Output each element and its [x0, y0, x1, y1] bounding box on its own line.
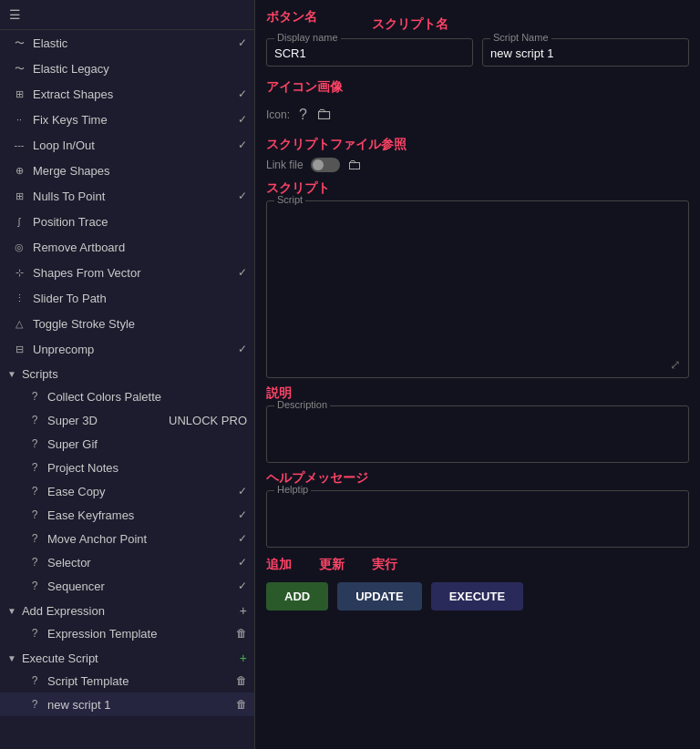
sub-item-label: new script 1 [47, 698, 231, 712]
sidebar-item-elastic-legacy[interactable]: 〜 Elastic Legacy [0, 56, 254, 81]
display-name-label: Display name [274, 32, 341, 43]
sidebar-item-remove-artboard[interactable]: ◎ Remove Artboard [0, 234, 254, 260]
hamburger-icon[interactable]: ☰ [9, 7, 21, 22]
sub-item-label: Collect Colors Palette [47, 390, 247, 404]
expand-icon[interactable]: ⤢ [670, 357, 681, 372]
description-wrapper: Description [266, 405, 689, 463]
merge-icon: ⊕ [11, 162, 27, 179]
sidebar-item-slider-to-path[interactable]: ⋮ Slider To Path [0, 285, 254, 311]
sub-item-selector[interactable]: ? Selector ✓ [0, 550, 254, 574]
sub-item-script-template[interactable]: ? Script Template 🗑 [0, 669, 254, 693]
grid4-icon: ⊞ [11, 188, 27, 204]
description-textarea[interactable] [267, 406, 688, 459]
add-expression-plus-icon[interactable]: + [240, 603, 247, 618]
sub-item-label: Move Anchor Point [47, 532, 232, 546]
sub-item-ease-copy[interactable]: ? Ease Copy ✓ [0, 479, 254, 503]
script-textarea[interactable] [267, 201, 688, 374]
main-content: ボタン名 スクリプト名 Display name Script Name アイコ… [255, 0, 700, 749]
scripts-section-header[interactable]: ▼ Scripts [0, 362, 254, 385]
sub-item-expression-template[interactable]: ? Expression Template 🗑 [0, 621, 254, 645]
question-icon: ? [27, 484, 42, 498]
checkmark-icon: ✓ [238, 508, 247, 521]
triangle-icon: △ [11, 315, 27, 332]
wave-icon: 〜 [11, 35, 27, 51]
checkmark-icon: ✓ [238, 580, 247, 592]
add-expression-label: Add Expression [22, 604, 234, 618]
sidebar-item-unprecomp[interactable]: ⊟ Unprecomp ✓ [0, 336, 254, 362]
dots-icon: ·· [11, 111, 27, 128]
icon-question-mark[interactable]: ? [299, 107, 307, 123]
sub-item-label: Script Template [47, 674, 231, 688]
grid-lines-icon: ⊟ [11, 341, 27, 357]
curve-icon: ∫ [11, 213, 27, 230]
target-icon: ◎ [11, 239, 27, 255]
folder-icon[interactable]: 🗀 [316, 105, 333, 124]
add-expression-section-header[interactable]: ▼ Add Expression + [0, 598, 254, 621]
sub-item-super-3d[interactable]: ? Super 3D UNLOCK PRO [0, 408, 254, 432]
grid-icon: ⊞ [11, 86, 27, 102]
question-icon: ? [27, 436, 42, 451]
question-icon: ? [27, 555, 42, 569]
execute-script-label: Execute Script [22, 652, 234, 665]
question-icon: ? [27, 460, 42, 475]
sidebar-item-merge-shapes[interactable]: ⊕ Merge Shapes [0, 158, 254, 183]
question-icon: ? [27, 673, 42, 688]
link-file-label: Link file [266, 159, 304, 171]
sidebar-item-label: Merge Shapes [33, 164, 247, 178]
sidebar-item-fix-keys-time[interactable]: ·· Fix Keys Time ✓ [0, 107, 254, 132]
sidebar-item-label: Fix Keys Time [33, 113, 232, 127]
sub-item-label: Ease Keyframes [47, 508, 232, 522]
display-script-name-row: Display name Script Name [266, 38, 689, 72]
add-execute-script-plus-icon[interactable]: + [240, 651, 247, 665]
script-name-wrapper: Script Name [482, 38, 689, 67]
sub-item-collect-colors[interactable]: ? Collect Colors Palette [0, 385, 254, 408]
execute-jp-label: 実行 [372, 557, 397, 573]
update-button[interactable]: UPDATE [337, 582, 421, 610]
sidebar-list: 〜 Elastic ✓ 〜 Elastic Legacy ⊞ Extract S… [0, 30, 254, 716]
trash-icon[interactable]: 🗑 [236, 698, 247, 711]
button-name-jp-label: ボタン名 [266, 9, 317, 33]
description-floating-label: Description [274, 399, 330, 410]
sidebar-item-extract-shapes[interactable]: ⊞ Extract Shapes ✓ [0, 81, 254, 107]
sidebar-item-elastic[interactable]: 〜 Elastic ✓ [0, 30, 254, 56]
execute-script-section-header[interactable]: ▼ Execute Script + [0, 645, 254, 669]
sub-item-sequencer[interactable]: ? Sequencer ✓ [0, 574, 254, 598]
update-jp-label: 更新 [319, 557, 345, 573]
display-name-wrapper: Display name [266, 38, 473, 67]
sidebar-item-position-trace[interactable]: ∫ Position Trace [0, 209, 254, 234]
checkmark-icon: ✓ [238, 532, 247, 545]
link-file-toggle[interactable] [311, 158, 340, 172]
sidebar-item-label: Shapes From Vector [33, 266, 232, 280]
sidebar-item-shapes-from-vector[interactable]: ⊹ Shapes From Vector ✓ [0, 260, 254, 285]
display-name-input[interactable] [267, 39, 472, 66]
trash-icon[interactable]: 🗑 [236, 674, 247, 687]
question-icon: ? [27, 531, 42, 546]
sidebar: ☰ 〜 Elastic ✓ 〜 Elastic Legacy ⊞ Extract… [0, 0, 255, 749]
script-name-input[interactable] [483, 39, 688, 66]
file-browse-icon[interactable]: 🗀 [347, 157, 362, 173]
sidebar-item-label: Toggle Stroke Style [33, 317, 247, 331]
question-icon: ? [27, 413, 42, 427]
bottom-jp-labels: 追加 更新 実行 [266, 557, 689, 577]
sidebar-item-nulls-to-point[interactable]: ⊞ Nulls To Point ✓ [0, 183, 254, 209]
checkmark-icon: ✓ [238, 343, 247, 355]
sidebar-item-label: Elastic Legacy [33, 62, 247, 76]
sub-item-project-notes[interactable]: ? Project Notes [0, 456, 254, 479]
execute-button[interactable]: EXECUTE [431, 582, 523, 610]
helptip-floating-label: Helptip [274, 484, 311, 495]
add-button[interactable]: ADD [266, 582, 328, 610]
trash-icon[interactable]: 🗑 [236, 627, 247, 640]
sidebar-item-loop-in-out[interactable]: --- Loop In/Out ✓ [0, 132, 254, 158]
script-jp-label: スクリプト [266, 180, 689, 197]
wave-icon: 〜 [11, 60, 27, 77]
sub-item-move-anchor-point[interactable]: ? Move Anchor Point ✓ [0, 527, 254, 550]
icon-row: Icon: ? 🗀 [266, 99, 689, 129]
sub-item-new-script-1[interactable]: ? new script 1 🗑 [0, 693, 254, 716]
dashes-icon: --- [11, 137, 27, 153]
sub-item-super-gif[interactable]: ? Super Gif [0, 432, 254, 456]
sidebar-item-label: Extract Shapes [33, 87, 232, 101]
sub-item-ease-keyframes[interactable]: ? Ease Keyframes ✓ [0, 503, 254, 527]
sidebar-item-toggle-stroke-style[interactable]: △ Toggle Stroke Style [0, 311, 254, 336]
helptip-textarea[interactable] [267, 491, 688, 544]
question-icon: ? [27, 579, 42, 593]
